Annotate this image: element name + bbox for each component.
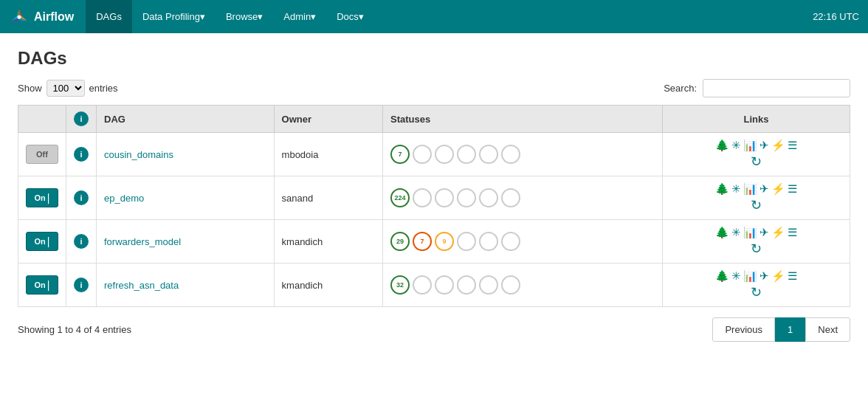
- owner-cell: sanand: [274, 176, 382, 220]
- trigger-icon[interactable]: ⚡: [771, 269, 785, 283]
- toggle-cell: On: [18, 176, 66, 220]
- show-label: Show: [18, 83, 42, 94]
- code-icon[interactable]: ☰: [788, 269, 797, 283]
- refresh-icon[interactable]: ↻: [751, 285, 762, 300]
- status-circle[interactable]: [457, 145, 476, 164]
- status-circle[interactable]: 224: [390, 188, 410, 207]
- task-icon[interactable]: ✈: [760, 182, 769, 196]
- chart-icon[interactable]: 📊: [743, 269, 757, 283]
- status-circle[interactable]: [413, 275, 432, 295]
- nav-dags[interactable]: DAGs: [86, 0, 132, 33]
- page-1-button[interactable]: 1: [775, 317, 805, 342]
- status-circle[interactable]: [501, 232, 520, 251]
- table-footer: Showing 1 to 4 of 4 entries Previous 1 N…: [18, 317, 850, 342]
- col-toggle: [18, 106, 66, 133]
- search-input[interactable]: [703, 79, 850, 97]
- previous-button[interactable]: Previous: [712, 317, 775, 342]
- graph-icon[interactable]: ✳: [731, 226, 741, 239]
- status-circle[interactable]: [479, 232, 498, 251]
- col-dag: DAG: [97, 106, 275, 133]
- status-circle[interactable]: [435, 188, 454, 207]
- code-icon[interactable]: ☰: [788, 226, 797, 239]
- toggle-cell: Off: [18, 133, 66, 176]
- task-icon[interactable]: ✈: [760, 269, 769, 283]
- status-circle[interactable]: [457, 232, 476, 251]
- status-circle[interactable]: [435, 145, 454, 164]
- status-circle[interactable]: 29: [390, 232, 410, 251]
- nav-data-profiling[interactable]: Data Profiling▾: [132, 0, 216, 33]
- links-cell: 🌲 ✳ 📊 ✈ ⚡ ☰ ↻: [663, 264, 850, 307]
- status-circle[interactable]: 9: [435, 232, 454, 251]
- row-info-icon[interactable]: i: [74, 234, 89, 249]
- tree-icon[interactable]: 🌲: [715, 182, 729, 196]
- statuses-cell: 32: [383, 264, 663, 307]
- trigger-icon[interactable]: ⚡: [771, 182, 785, 196]
- task-icon[interactable]: ✈: [760, 226, 769, 239]
- dag-link[interactable]: ep_demo: [104, 193, 144, 204]
- graph-icon[interactable]: ✳: [731, 182, 741, 196]
- graph-icon[interactable]: ✳: [731, 269, 741, 283]
- status-circle[interactable]: [457, 188, 476, 207]
- code-icon[interactable]: ☰: [788, 182, 797, 196]
- row-info-icon[interactable]: i: [74, 278, 89, 292]
- nav-admin[interactable]: Admin▾: [273, 0, 326, 33]
- status-circle[interactable]: 7: [390, 145, 410, 164]
- header-info-icon[interactable]: i: [74, 111, 89, 126]
- col-owner: Owner: [274, 106, 382, 133]
- links-cell: 🌲 ✳ 📊 ✈ ⚡ ☰ ↻: [663, 176, 850, 220]
- dag-name-cell: cousin_domains: [97, 133, 275, 176]
- entries-select[interactable]: 100 25 50: [46, 80, 85, 97]
- status-circle[interactable]: [501, 145, 520, 164]
- dag-link[interactable]: refresh_asn_data: [104, 280, 179, 291]
- brand[interactable]: Airflow: [9, 7, 74, 27]
- graph-icon[interactable]: ✳: [731, 139, 741, 152]
- col-info: i: [66, 106, 97, 133]
- links-icons: 🌲 ✳ 📊 ✈ ⚡ ☰: [715, 182, 797, 196]
- toggle-on-button[interactable]: On: [26, 275, 58, 295]
- nav-browse[interactable]: Browse▾: [216, 0, 273, 33]
- status-circle[interactable]: 32: [390, 275, 410, 295]
- status-circle[interactable]: [413, 145, 432, 164]
- dag-link[interactable]: cousin_domains: [104, 149, 173, 160]
- tree-icon[interactable]: 🌲: [715, 269, 729, 283]
- info-cell: i: [66, 176, 97, 220]
- links-cell: 🌲 ✳ 📊 ✈ ⚡ ☰ ↻: [663, 133, 850, 176]
- status-circle[interactable]: [479, 188, 498, 207]
- task-icon[interactable]: ✈: [760, 139, 769, 152]
- statuses-cell: 7: [383, 133, 663, 176]
- toggle-off-button[interactable]: Off: [26, 145, 58, 164]
- dag-link[interactable]: forwarders_model: [104, 236, 181, 247]
- status-circle[interactable]: [479, 275, 498, 295]
- trigger-icon[interactable]: ⚡: [771, 139, 785, 152]
- chart-icon[interactable]: 📊: [743, 226, 757, 239]
- refresh-icon[interactable]: ↻: [751, 241, 762, 256]
- row-info-icon[interactable]: i: [74, 147, 89, 162]
- search-label: Search:: [664, 83, 697, 94]
- status-circle[interactable]: [435, 275, 454, 295]
- status-circle[interactable]: [501, 188, 520, 207]
- code-icon[interactable]: ☰: [788, 139, 797, 152]
- toggle-on-button[interactable]: On: [26, 232, 58, 251]
- tree-icon[interactable]: 🌲: [715, 139, 729, 152]
- trigger-icon[interactable]: ⚡: [771, 226, 785, 239]
- refresh-icon[interactable]: ↻: [751, 154, 762, 169]
- table-body: Officousin_domainsmbodoia7 🌲 ✳ 📊 ✈ ⚡ ☰ ↻…: [18, 133, 850, 307]
- refresh-icon[interactable]: ↻: [751, 198, 762, 213]
- airflow-logo: [9, 7, 30, 27]
- status-circle[interactable]: [413, 188, 432, 207]
- next-button[interactable]: Next: [805, 317, 850, 342]
- chart-icon[interactable]: 📊: [743, 182, 757, 196]
- brand-text: Airflow: [34, 10, 74, 24]
- table-header: i DAG Owner Statuses Links: [18, 106, 850, 133]
- status-circle[interactable]: 7: [413, 232, 432, 251]
- row-info-icon[interactable]: i: [74, 190, 89, 205]
- toggle-on-button[interactable]: On: [26, 188, 58, 207]
- status-circle[interactable]: [479, 145, 498, 164]
- owner-cell: kmandich: [274, 264, 382, 307]
- chart-icon[interactable]: 📊: [743, 139, 757, 152]
- tree-icon[interactable]: 🌲: [715, 226, 729, 239]
- dag-name-cell: ep_demo: [97, 176, 275, 220]
- status-circle[interactable]: [501, 275, 520, 295]
- nav-docs[interactable]: Docs▾: [326, 0, 374, 33]
- status-circle[interactable]: [457, 275, 476, 295]
